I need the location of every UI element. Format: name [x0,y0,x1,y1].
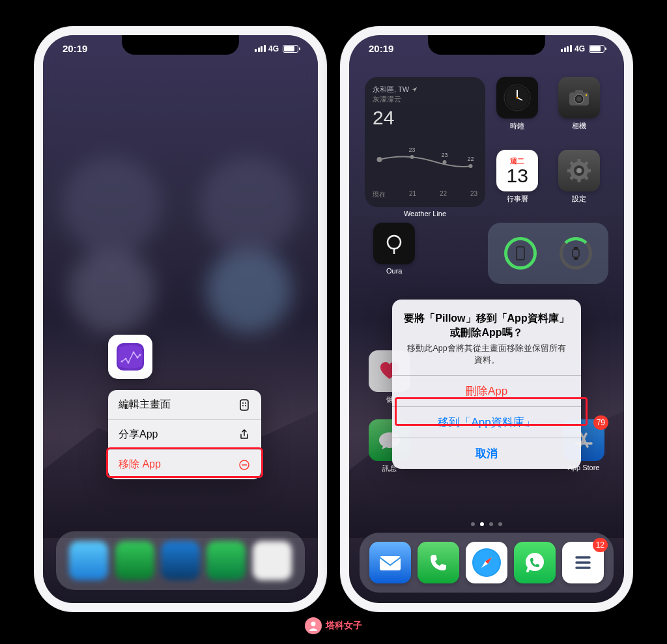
svg-rect-44 [517,247,524,260]
phone-cell[interactable] [418,542,459,583]
dock-icon-blur [253,541,292,580]
network-label: 4G [268,44,279,53]
context-menu: 編輯主畫面 分享App 移除 App [108,390,261,479]
alert-move-button[interactable]: 移到「App資料庫」 [392,406,581,438]
confirmation-alert: 要將「Pillow」移到「App資料庫」或刪除App嗎？ 移動此App會將其從主… [392,300,581,469]
svg-line-39 [585,176,588,179]
status-time: 20:19 [369,43,393,54]
battery-icon [589,45,604,53]
dock-icon-blur [69,541,108,580]
weather-app-label: Weather Line [404,210,446,217]
dock-icon-blur [206,541,246,580]
share-icon [238,428,251,441]
svg-point-30 [586,94,587,96]
watermark-text: 塔科女子 [326,620,362,632]
svg-point-11 [245,405,246,406]
dock-blurred [56,531,305,590]
menu-label: 編輯主畫面 [119,398,171,412]
svg-point-9 [245,402,246,404]
mail-icon [369,542,411,583]
svg-text:23: 23 [442,152,448,158]
menu-share-app[interactable]: 分享App [108,420,261,450]
whatsapp-cell[interactable] [514,542,556,583]
camera-icon [558,77,600,119]
app-label: 相機 [572,121,586,131]
weather-widget[interactable]: 永和區, TW 灰濛濛云 24 23 [365,77,485,207]
page-dot [489,522,493,526]
signal-icon [255,45,266,52]
calendar-cell[interactable]: 週二 13 行事曆 [488,150,547,217]
dock-icon-blur [161,541,200,580]
svg-point-33 [576,168,582,173]
alert-message: 移動此App會將其從主畫面移除並保留所有資料。 [404,343,569,366]
battery-icon [283,45,298,53]
svg-point-58 [311,622,316,626]
app-label: 設定 [572,194,586,204]
alert-delete-button[interactable]: 刪除App [392,375,581,406]
status-time: 20:19 [63,43,87,54]
battery-widget[interactable] [488,223,608,284]
svg-point-14 [377,157,382,162]
phone-left: 20:19 4G [34,26,327,612]
page-indicator[interactable] [349,522,624,526]
menu-edit-homescreen[interactable]: 編輯主畫面 [108,390,261,420]
svg-rect-47 [574,257,578,260]
svg-rect-51 [380,556,401,570]
svg-point-17 [469,164,473,168]
watermark: 塔科女子 [305,617,362,634]
svg-point-2 [125,358,127,360]
calendar-icon: 週二 13 [496,150,538,191]
svg-point-16 [443,160,447,164]
notch [428,35,545,55]
phone-device-icon [507,240,533,266]
phone-icon [418,542,459,583]
mail-cell[interactable] [369,542,411,583]
badge: 12 [593,538,608,552]
pillow-icon [114,341,147,373]
things-cell[interactable]: 12 [562,542,604,583]
svg-text:22: 22 [468,156,474,162]
svg-text:23: 23 [409,147,416,153]
clock-cell[interactable]: 時鐘 [488,77,547,145]
svg-point-3 [128,362,130,364]
pillow-app-icon[interactable] [108,335,152,379]
svg-rect-45 [573,249,579,257]
weather-location: 永和區, TW [373,85,409,94]
camera-cell[interactable]: 相機 [550,77,609,145]
menu-label: 移除 App [119,458,161,471]
safari-icon [466,542,507,583]
menu-remove-app[interactable]: 移除 App [108,450,261,479]
alert-cancel-button[interactable]: 取消 [392,438,581,469]
settings-icon [558,150,600,191]
hour-now: 現在 [373,190,386,199]
settings-cell[interactable]: 設定 [550,150,609,217]
svg-point-25 [517,97,518,99]
svg-line-40 [585,162,588,165]
svg-point-8 [242,402,244,404]
svg-point-6 [139,354,141,356]
svg-line-41 [571,176,573,179]
svg-rect-29 [575,90,583,94]
svg-point-5 [137,357,139,359]
watch-icon [563,240,589,266]
status-right: 4G [561,44,604,53]
weather-hours: 現在 21 22 23 [373,190,477,199]
alert-title: 要將「Pillow」移到「App資料庫」或刪除App嗎？ [404,311,569,339]
app-label: Oura [386,267,402,275]
svg-rect-7 [240,400,248,410]
page-dot [471,522,475,526]
hour: 23 [470,190,477,199]
svg-point-42 [388,236,401,249]
svg-point-4 [133,352,135,354]
clock-icon [496,77,538,119]
page-dot [498,522,502,526]
oura-cell[interactable]: Oura [365,223,424,290]
dock-icon-blur [115,541,154,580]
safari-cell[interactable] [466,542,507,583]
weather-temp: 24 [373,107,394,128]
location-arrow-icon [412,87,418,92]
battery-ring-phone [504,237,537,270]
alert-header: 要將「Pillow」移到「App資料庫」或刪除App嗎？ 移動此App會將其從主… [392,300,581,375]
notch [122,35,239,55]
watermark-avatar-icon [305,617,322,634]
